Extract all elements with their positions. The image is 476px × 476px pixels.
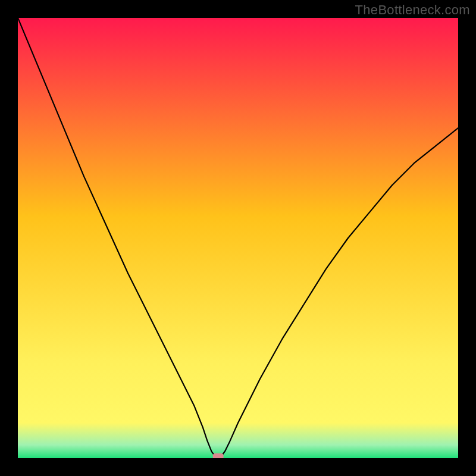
chart-container: TheBottleneck.com: [0, 0, 476, 476]
bottleneck-chart: [0, 0, 476, 476]
gradient-background: [18, 18, 458, 458]
frame-left: [0, 0, 18, 476]
watermark-text: TheBottleneck.com: [355, 2, 470, 18]
frame-bottom: [0, 458, 476, 476]
frame-right: [458, 0, 476, 476]
